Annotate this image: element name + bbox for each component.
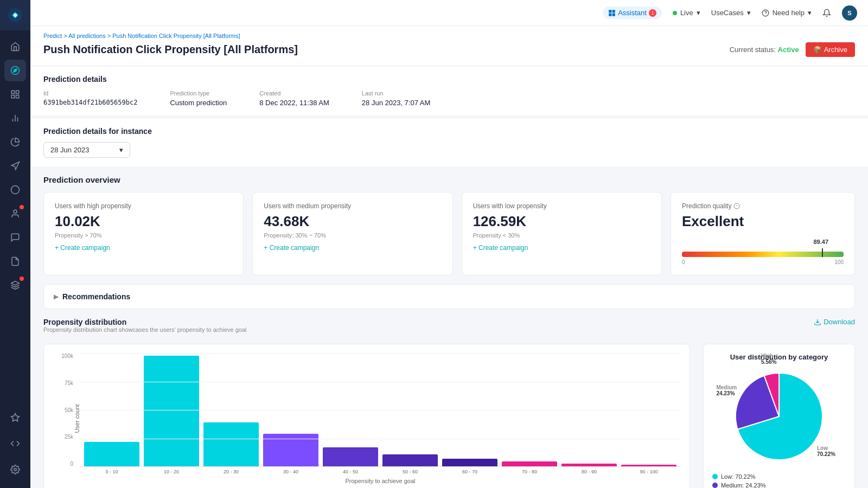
prediction-details-title: Prediction details — [43, 75, 855, 84]
bar-chart-wrapper — [80, 353, 681, 467]
low-create-campaign[interactable]: + Create campaign — [473, 244, 650, 252]
breadcrumb-sep1: > — [63, 33, 68, 39]
svg-marker-3 — [14, 69, 17, 72]
medium-sub: Propensity: 30% ~ 70% — [264, 232, 441, 239]
bar-label: 10 - 20 — [144, 469, 199, 474]
live-indicator[interactable]: Live ▾ — [673, 9, 700, 17]
need-help-label: Need help — [773, 9, 805, 17]
status-value: Active — [778, 46, 799, 54]
sidebar-item-megaphone[interactable] — [4, 155, 26, 177]
svg-rect-18 — [609, 13, 611, 16]
bar-item — [442, 459, 497, 467]
meta-id: Id 6391beb314df21b605659bc2 — [43, 90, 137, 107]
grid-line-25k — [80, 439, 681, 439]
bar-label: 40 - 50 — [323, 469, 378, 474]
quality-axis: 0 100 — [682, 259, 844, 265]
pie-chart-svg — [730, 368, 828, 465]
pie-title: User distribution by category — [730, 353, 828, 361]
dropdown-chevron: ▾ — [119, 146, 123, 154]
svg-point-12 — [14, 210, 17, 213]
quality-value: Excellent — [682, 213, 844, 230]
chart-subtitle: Propensity distribution chart showcases … — [43, 326, 246, 333]
date-dropdown[interactable]: 28 Jun 2023 ▾ — [43, 142, 130, 158]
medium-label: Users with medium propensity — [264, 202, 441, 210]
prediction-instance: Prediction details for instance 28 Jun 2… — [30, 118, 868, 166]
pie-legend-label: Medium: 24.23% — [721, 482, 766, 488]
recommendations-header[interactable]: ▶ Recommendations — [44, 285, 854, 309]
live-chevron: ▾ — [697, 9, 700, 17]
sidebar-item-pie[interactable] — [4, 131, 26, 153]
sidebar-item-code[interactable] — [4, 433, 26, 454]
assistant-button[interactable]: Assistant 1 — [603, 7, 662, 19]
id-value: 6391beb314df21b605659bc2 — [43, 99, 137, 106]
page-header: Predict > All predictions > Push Notific… — [30, 26, 868, 66]
breadcrumb-all-predictions[interactable]: All predictions — [68, 33, 105, 39]
charts-row: 100k 75k 50k 25k 0 User count — [43, 344, 855, 488]
svg-rect-17 — [612, 10, 615, 12]
bar-chart-container: 100k 75k 50k 25k 0 User count — [43, 344, 690, 488]
high-sub: Propensity > 70% — [55, 232, 232, 239]
id-label: Id — [43, 90, 137, 97]
sidebar-item-user[interactable] — [4, 203, 26, 224]
user-avatar[interactable]: S — [842, 5, 857, 21]
live-label: Live — [680, 9, 693, 17]
bar-label: 30 - 40 — [263, 469, 318, 474]
svg-point-11 — [11, 186, 20, 194]
pie-legend-dot — [712, 474, 718, 479]
sidebar-item-message[interactable] — [4, 227, 26, 248]
prediction-overview: Prediction overview Users with high prop… — [30, 166, 868, 284]
rec-chevron: ▶ — [54, 293, 58, 300]
quality-score: 89.47 — [814, 239, 829, 245]
breadcrumb-predict[interactable]: Predict — [43, 33, 62, 39]
assistant-label: Assistant — [618, 9, 647, 17]
sidebar-item-home[interactable] — [4, 36, 26, 57]
svg-marker-13 — [11, 281, 20, 286]
page-title-row: Push Notification Click Propensity [All … — [43, 42, 855, 57]
high-create-campaign[interactable]: + Create campaign — [55, 244, 232, 252]
high-value: 10.02K — [55, 213, 232, 230]
sidebar-item-sparkle[interactable] — [4, 407, 26, 428]
instance-title: Prediction details for instance — [43, 127, 855, 136]
notifications-button[interactable] — [822, 9, 831, 17]
usecases-menu[interactable]: UseCases ▾ — [711, 9, 751, 17]
usecases-label: UseCases — [711, 9, 744, 17]
sidebar-item-layers[interactable] — [4, 274, 26, 296]
svg-rect-6 — [11, 95, 14, 98]
download-button[interactable]: Download — [814, 318, 855, 326]
sidebar-item-doc[interactable] — [4, 251, 26, 272]
meta-created: Created 8 Dec 2022, 11:38 AM — [259, 90, 329, 107]
sidebar-item-compass[interactable] — [4, 60, 26, 81]
bar-label: 50 - 60 — [382, 469, 438, 474]
sidebar-item-circle[interactable] — [4, 179, 26, 201]
svg-rect-16 — [609, 10, 611, 12]
bar-label: 70 - 80 — [502, 469, 557, 474]
low-propensity-card: Users with low propensity 126.59K Propen… — [462, 192, 662, 275]
type-label: Prediction type — [170, 90, 227, 97]
pie-legend-item: Medium: 24.23% — [712, 482, 846, 488]
bar-label: 90 - 100 — [621, 469, 676, 474]
topbar: Assistant 1 Live ▾ UseCases ▾ Need help … — [30, 0, 868, 26]
low-label: Users with low propensity — [473, 202, 650, 210]
medium-create-campaign[interactable]: + Create campaign — [264, 244, 441, 252]
svg-rect-7 — [16, 95, 19, 98]
chart-title-area: Propensity distribution Propensity distr… — [43, 318, 246, 342]
bar-label: 60 - 70 — [442, 469, 497, 474]
x-axis-label: Propensity to achieve goal — [80, 478, 681, 484]
pie-legend-item: Low: 70.22% — [712, 473, 846, 480]
sidebar-item-settings[interactable] — [4, 459, 26, 480]
created-value: 8 Dec 2022, 11:38 AM — [259, 99, 329, 107]
quality-bar-container: 89.47 0 100 — [682, 239, 844, 265]
sidebar-item-grid[interactable] — [4, 84, 26, 105]
sidebar-item-chart[interactable] — [4, 107, 26, 129]
archive-label: Archive — [824, 46, 847, 54]
need-help-menu[interactable]: Need help ▾ — [762, 9, 812, 17]
archive-button[interactable]: 📦 Archive — [806, 42, 855, 57]
sidebar-navigation — [0, 30, 30, 406]
high-propensity-card: Users with high propensity 10.02K Propen… — [43, 192, 244, 275]
overview-cards: Users with high propensity 10.02K Propen… — [43, 192, 855, 275]
breadcrumb-current: Push Notification Click Propensity [All … — [112, 33, 240, 39]
bar-item — [382, 454, 438, 467]
bar-label: 0 - 10 — [84, 469, 139, 474]
live-dot — [673, 11, 677, 15]
last-run-value: 28 Jun 2023, 7:07 AM — [362, 99, 430, 107]
